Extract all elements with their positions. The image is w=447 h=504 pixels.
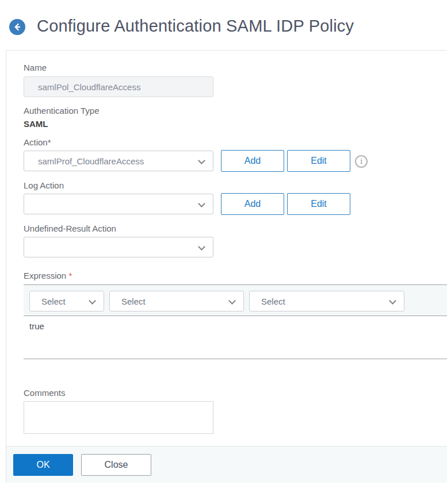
expression-select-3[interactable]: Select [249, 291, 404, 311]
chevron-down-icon [89, 297, 96, 305]
action-label: Action* [24, 137, 51, 147]
expression-select-2[interactable]: Select [109, 291, 244, 311]
log-action-edit-button[interactable]: Edit [287, 193, 350, 215]
required-asterisk: * [68, 271, 72, 280]
info-icon[interactable]: i [355, 155, 368, 168]
undefined-result-action-label: Undefined-Result Action [24, 224, 116, 233]
log-action-label: Log Action [24, 180, 64, 190]
chevron-down-icon [198, 157, 205, 164]
back-arrow-icon [13, 22, 22, 32]
ok-button[interactable]: OK [13, 454, 73, 476]
action-edit-button[interactable]: Edit [287, 150, 350, 172]
footer-bar: OK Close [6, 446, 447, 483]
back-button[interactable] [9, 19, 25, 35]
page-title: Configure Authentication SAML IDP Policy [37, 17, 354, 36]
comments-label: Comments [24, 388, 66, 398]
name-label: Name [24, 63, 47, 72]
authentication-type-label: Authentication Type [24, 106, 99, 116]
expression-toolbar: Select Select Select [24, 284, 447, 316]
action-add-button[interactable]: Add [221, 150, 284, 172]
expression-select-2-value: Select [110, 297, 146, 306]
form-panel: Name Authentication Type SAML Action* sa… [6, 50, 447, 483]
expression-select-1[interactable]: Select [29, 291, 104, 311]
expression-select-3-value: Select [250, 297, 285, 306]
close-button[interactable]: Close [81, 454, 151, 476]
undefined-result-action-select[interactable] [24, 237, 213, 257]
expression-textarea[interactable]: true [24, 316, 447, 359]
log-action-select[interactable] [24, 194, 213, 214]
expression-builder: Select Select Select true [24, 284, 447, 361]
action-select-value: samlProf_CloudflareAccess [24, 156, 144, 166]
log-action-add-button[interactable]: Add [221, 193, 284, 215]
expression-label: Expression * [24, 271, 72, 280]
expression-label-text: Expression [24, 271, 66, 280]
chevron-down-icon [198, 243, 205, 251]
action-select[interactable]: samlProf_CloudflareAccess [24, 151, 213, 171]
chevron-down-icon [228, 297, 236, 305]
configure-saml-idp-policy-page: Configure Authentication SAML IDP Policy… [0, 0, 447, 504]
comments-textarea[interactable] [24, 401, 213, 434]
chevron-down-icon [389, 297, 396, 305]
chevron-down-icon [198, 200, 205, 207]
name-input[interactable] [24, 76, 213, 97]
expression-select-1-value: Select [30, 297, 66, 306]
authentication-type-value: SAML [24, 119, 48, 129]
